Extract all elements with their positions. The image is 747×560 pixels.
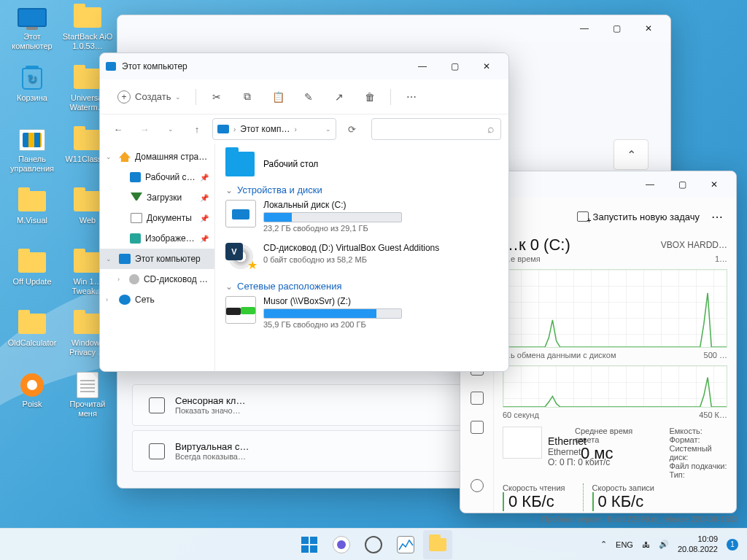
sidebar-item[interactable]: Изображен…📌 [100, 228, 214, 249]
desktop-icon[interactable]: Прочитай меня [60, 372, 115, 427]
settings-titlebar[interactable]: — ▢ ✕ [117, 15, 670, 42]
drive-item[interactable]: Локальный диск (C:)23,2 ГБ свободно из 2… [225, 200, 498, 233]
nav-back[interactable]: ← [107, 118, 129, 140]
close-button[interactable]: ✕ [698, 171, 730, 198]
throughput-chart [503, 365, 727, 408]
services-icon[interactable] [471, 421, 484, 434]
nav-up[interactable]: ↑ [186, 118, 208, 140]
settings-icon[interactable] [471, 479, 484, 492]
new-button[interactable]: +Создать⌄ [109, 85, 190, 109]
desktop-icon[interactable]: Off Update [4, 249, 60, 305]
expand-card[interactable]: ⌃ [614, 139, 649, 170]
net-icon [119, 295, 131, 305]
start-button[interactable] [295, 530, 324, 559]
system-tray[interactable]: ⌃ ENG 🖧 🔊 10:09 20.08.2022 1 [592, 534, 747, 553]
maximize-button[interactable]: ▢ [600, 15, 632, 42]
desktop-icon[interactable]: Этот компьютер [4, 4, 60, 60]
sidebar-item[interactable]: ›CD-дисковод (D:… [100, 269, 214, 289]
disk-model: VBOX HARDD… [661, 240, 727, 250]
nav-forward[interactable]: → [133, 118, 155, 140]
notification-badge[interactable]: 1 [727, 539, 738, 551]
pin-icon: 📌 [200, 194, 209, 202]
minimize-button[interactable]: — [406, 53, 438, 79]
taskbar-chat-icon[interactable] [327, 530, 356, 559]
ethernet-thumbnail[interactable] [503, 427, 542, 459]
more-button[interactable]: ⋯ [707, 210, 727, 224]
search-icon: ⌕ [487, 122, 495, 136]
close-button[interactable]: ✕ [471, 53, 503, 79]
desktop-item[interactable]: Рабочий стол [225, 149, 498, 179]
delete-icon[interactable]: 🗑 [355, 82, 384, 112]
copy-icon[interactable]: ⧉ [233, 82, 262, 112]
sidebar-item[interactable]: ⌄Этот компьютер [100, 249, 214, 269]
pin-icon: 📌 [200, 235, 209, 243]
taskbar-settings-icon[interactable] [359, 530, 388, 559]
desktop-icon[interactable]: Poisk [4, 372, 60, 427]
explorer-content: Рабочий стол Устройства и диски Локальны… [215, 144, 508, 372]
desktop-icon[interactable]: M.Visual [4, 188, 60, 244]
sidebar-item[interactable]: Загрузки📌 [100, 187, 214, 208]
drive-item[interactable]: Musor (\\VBoxSvr) (Z:)35,9 ГБ свободно и… [225, 296, 498, 329]
minimize-button[interactable]: — [634, 171, 666, 198]
touchpad-icon [149, 443, 165, 459]
active-time-chart [503, 269, 727, 348]
sidebar-item[interactable]: ›Сеть [100, 289, 214, 310]
network-icon[interactable]: 🖧 [642, 540, 650, 549]
down-icon [131, 192, 142, 203]
nav-recent[interactable]: ⌄ [160, 118, 182, 140]
doc-icon [131, 213, 142, 223]
watermark: Пробная версия. Build 22598.ni_release.2… [542, 515, 738, 524]
more-icon[interactable]: ⋯ [397, 82, 426, 112]
refresh-icon[interactable]: ⟳ [341, 118, 363, 140]
section-devices[interactable]: Устройства и диски [225, 184, 498, 195]
pin-icon: 📌 [200, 214, 209, 222]
explorer-window: Этот компьютер — ▢ ✕ +Создать⌄ ✂ ⧉ 📋 ✎ ↗… [99, 52, 509, 372]
pin-icon: 📌 [200, 174, 209, 182]
pc-icon [119, 254, 131, 264]
pc-icon [217, 125, 229, 133]
drive-item[interactable]: V★CD-дисковод (D:) VirtualBox Guest Addi… [225, 243, 498, 271]
section-network[interactable]: Сетевые расположения [225, 281, 498, 292]
desk-icon [130, 172, 141, 182]
cut-icon[interactable]: ✂ [202, 82, 231, 112]
maximize-button[interactable]: ▢ [438, 53, 471, 79]
pc-icon [106, 62, 116, 71]
sidebar-item[interactable]: Рабочий ст…📌 [100, 167, 214, 187]
run-icon [577, 211, 589, 222]
explorer-toolbar: +Создать⌄ ✂ ⧉ 📋 ✎ ↗ 🗑 ⋯ [100, 79, 508, 114]
maximize-button[interactable]: ▢ [666, 171, 698, 198]
search-input[interactable]: ⌕ [371, 118, 501, 140]
taskbar: ⌃ ENG 🖧 🔊 10:09 20.08.2022 1 [0, 528, 747, 560]
desktop-icon[interactable]: Корзина [4, 66, 60, 121]
cd-icon [129, 274, 139, 284]
taskbar-taskmanager-icon[interactable] [391, 530, 420, 559]
paste-icon[interactable]: 📋 [263, 82, 293, 112]
sidebar-item[interactable]: ⌄Домашняя стра… [100, 147, 214, 167]
rename-icon[interactable]: ✎ [294, 82, 323, 112]
volume-icon[interactable]: 🔊 [659, 540, 669, 549]
desktop-icon[interactable]: StartBack AiO 1.0.53… [60, 4, 115, 60]
address-bar[interactable]: › Этот комп…› ⌄ [212, 118, 336, 140]
tray-overflow-icon[interactable]: ⌃ [600, 540, 607, 549]
language-indicator[interactable]: ENG [616, 540, 633, 549]
taskbar-explorer-icon[interactable] [423, 530, 452, 559]
desktop-icon[interactable]: Панель управления [4, 127, 60, 182]
close-button[interactable]: ✕ [632, 15, 665, 42]
minimize-button[interactable]: — [568, 15, 600, 42]
share-icon[interactable]: ↗ [325, 82, 354, 112]
ethernet-title: Ethernet [548, 435, 610, 447]
desktop-icon[interactable]: OldCalculator [4, 311, 60, 366]
sidebar-item[interactable]: Документы📌 [100, 208, 214, 228]
home-icon [119, 152, 131, 162]
img-icon [130, 233, 141, 244]
clock[interactable]: 10:09 20.08.2022 [678, 534, 718, 553]
keyboard-icon [149, 397, 165, 413]
run-task-button[interactable]: Запустить новую задачу [577, 211, 700, 222]
window-title: Этот компьютер [122, 61, 187, 71]
disk-title: …к 0 (C:) [503, 236, 570, 254]
details-icon[interactable] [471, 392, 484, 405]
explorer-titlebar[interactable]: Этот компьютер — ▢ ✕ [100, 53, 508, 79]
folder-icon [225, 152, 255, 176]
explorer-sidebar: ⌄Домашняя стра…Рабочий ст…📌Загрузки📌Доку… [100, 144, 215, 372]
